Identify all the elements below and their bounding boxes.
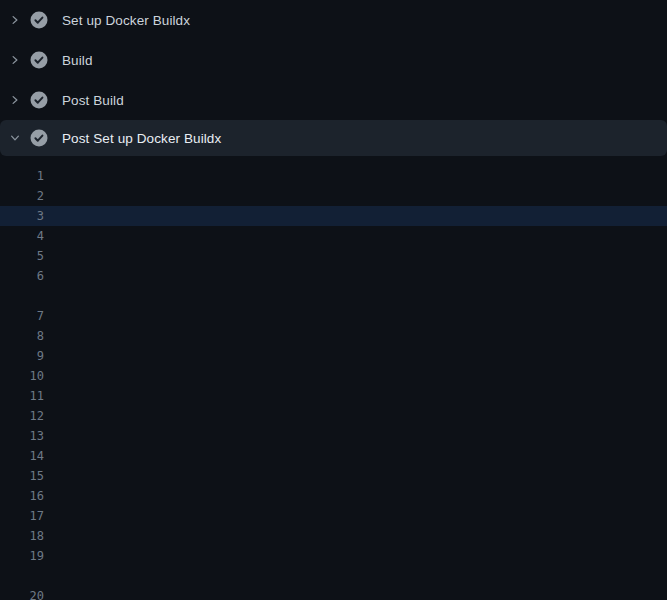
log-line: 18 time="2021-04-23T18:02:38Z" level=deb… bbox=[0, 526, 667, 546]
line-number[interactable]: 20 bbox=[0, 586, 44, 600]
line-number[interactable]: 1 bbox=[0, 166, 44, 186]
chevron-down-icon bbox=[8, 131, 22, 145]
log-line: 5 time="2021-04-23T18:02:37Z" level=warn… bbox=[0, 246, 667, 266]
log-line: 4 time="2021-04-23T18:02:37Z" level=info… bbox=[0, 226, 667, 246]
check-circle-icon bbox=[30, 11, 48, 29]
line-number[interactable]: 5 bbox=[0, 246, 44, 266]
step-list: Set up Docker Buildx Build bbox=[0, 0, 667, 156]
chevron-right-icon bbox=[8, 53, 22, 67]
line-number[interactable]: 14 bbox=[0, 446, 44, 466]
line-number[interactable]: 12 bbox=[0, 406, 44, 426]
log-line: 7 time="2021-04-23T18:02:37Z" level=warn… bbox=[0, 306, 667, 326]
line-number[interactable]: 8 bbox=[0, 326, 44, 346]
step-title: Build bbox=[62, 53, 93, 68]
log-line: 11 time="2021-04-23T18:02:38Z" level=deb… bbox=[0, 386, 667, 406]
log-line: 10 time="2021-04-23T18:02:37Z" level=inf… bbox=[0, 366, 667, 386]
chevron-right-icon bbox=[8, 13, 22, 27]
log-line: 2 ▼ BuildKit container logs bbox=[0, 186, 667, 206]
step-header-1[interactable]: Build bbox=[0, 40, 667, 80]
log-line: application/vnd.oci.image.index.v1+json,… bbox=[0, 566, 667, 586]
log-line: 17 time="2021-04-23T18:02:38Z" level=deb… bbox=[0, 506, 667, 526]
line-number[interactable]: 9 bbox=[0, 346, 44, 366]
step-header-0[interactable]: Set up Docker Buildx bbox=[0, 0, 667, 40]
log-line: 19 time="2021-04-23T18:02:38Z" level=deb… bbox=[0, 546, 667, 566]
step-title: Post Build bbox=[62, 93, 124, 108]
log-line: 6 time="2021-04-23T18:02:37Z" level=info… bbox=[0, 266, 667, 286]
line-number[interactable]: 19 bbox=[0, 546, 44, 566]
log-line: 14 time="2021-04-23T18:02:38Z" level=deb… bbox=[0, 446, 667, 466]
log-output[interactable]: 1 Post job cleanup. 2 ▼ BuildKit contain… bbox=[0, 166, 667, 600]
chevron-right-icon bbox=[8, 93, 22, 107]
line-number[interactable]: 6 bbox=[0, 266, 44, 286]
log-line: 13 time="2021-04-23T18:02:38Z" level=deb… bbox=[0, 426, 667, 446]
check-circle-icon bbox=[30, 51, 48, 69]
actions-log-viewer: { "theme": { "background": "#0d1117", "e… bbox=[0, 0, 667, 600]
log-line: 1 Post job cleanup. bbox=[0, 166, 667, 186]
line-number[interactable]: 18 bbox=[0, 526, 44, 546]
step-header-2[interactable]: Post Build bbox=[0, 80, 667, 120]
check-circle-icon bbox=[30, 91, 48, 109]
log-line: 8 time="2021-04-23T18:02:37Z" level=info… bbox=[0, 326, 667, 346]
line-number[interactable]: 2 bbox=[0, 186, 44, 206]
log-line: 9 time="2021-04-23T18:02:37Z" level=warn… bbox=[0, 346, 667, 366]
line-number[interactable]: 16 bbox=[0, 486, 44, 506]
step-title: Post Set up Docker Buildx bbox=[62, 131, 221, 146]
line-number[interactable]: 13 bbox=[0, 426, 44, 446]
step-header-3[interactable]: Post Set up Docker Buildx bbox=[0, 120, 667, 156]
line-number[interactable]: 10 bbox=[0, 366, 44, 386]
log-line: 16 time="2021-04-23T18:02:38Z" level=deb… bbox=[0, 486, 667, 506]
log-line: 3 /usr/bin/docker logs buildx_buildkit_b… bbox=[0, 206, 667, 226]
line-number[interactable]: 7 bbox=[0, 306, 44, 326]
line-number[interactable]: 11 bbox=[0, 386, 44, 406]
line-number[interactable]: 17 bbox=[0, 506, 44, 526]
log-line: 15 time="2021-04-23T18:02:38Z" level=deb… bbox=[0, 466, 667, 486]
step-title: Set up Docker Buildx bbox=[62, 13, 190, 28]
line-number[interactable]: 15 bbox=[0, 466, 44, 486]
log-line: 12 time="2021-04-23T18:02:38Z" level=deb… bbox=[0, 406, 667, 426]
log-line: 20 time="2021-04-23T18:02:38Z" level=deb… bbox=[0, 586, 667, 600]
line-number[interactable]: 3 bbox=[0, 206, 44, 226]
log-line: linux/riscv64 linux/ppc64le linux/s390x … bbox=[0, 286, 667, 306]
line-number[interactable]: 4 bbox=[0, 226, 44, 246]
check-circle-icon bbox=[30, 129, 48, 147]
